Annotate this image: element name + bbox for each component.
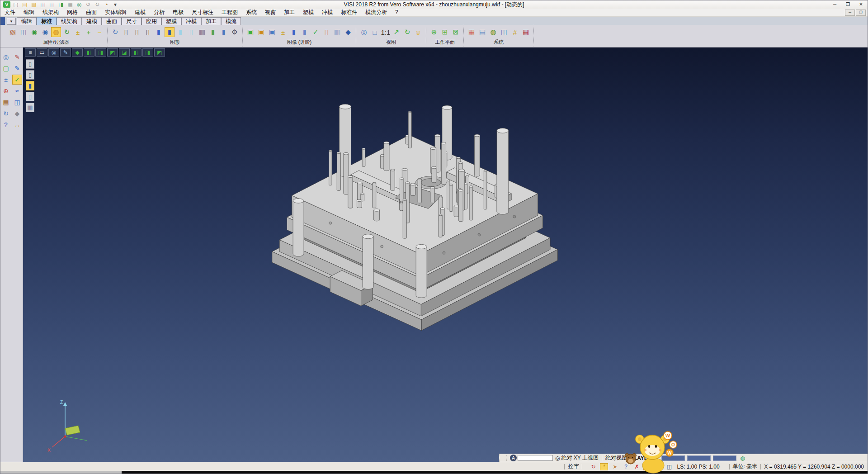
menu-machining[interactable]: 加工 <box>280 9 299 16</box>
tab-edit[interactable]: 编辑 <box>17 17 37 25</box>
shaded-view-cube-icon[interactable]: ◆ <box>343 27 353 37</box>
history-icon[interactable]: ◔ <box>103 1 110 8</box>
view-probe-icon[interactable]: ✎ <box>60 48 71 57</box>
wireframe-cylinder-icon[interactable]: ▯ <box>121 27 131 37</box>
menu-solid-edit[interactable]: 实体编辑 <box>101 9 131 16</box>
visi-logo-icon[interactable]: V <box>3 1 10 8</box>
wcs-icon[interactable]: ⊕ <box>1 86 11 96</box>
view-iso-se-icon[interactable]: ◩ <box>107 48 118 57</box>
tab-dimension[interactable]: 尺寸 <box>122 17 142 25</box>
new-file-icon[interactable]: ▢ <box>12 1 19 8</box>
rotate-view-icon[interactable]: ↻ <box>402 27 412 37</box>
render-options-icon[interactable]: ⚙ <box>230 27 240 37</box>
toolbar-options-icon[interactable]: ▾ <box>112 1 119 8</box>
refresh-lock-icon[interactable]: ↻ <box>589 463 597 470</box>
zoom-extents-icon[interactable]: ◎ <box>359 27 369 37</box>
maximize-button[interactable]: ❐ <box>841 1 854 8</box>
zoom-window-icon[interactable]: □ <box>370 27 380 37</box>
tab-standard[interactable]: 标准 <box>37 17 57 25</box>
view-iso-nw-icon[interactable]: ◨ <box>95 48 106 57</box>
shaded-edges-cylinder-icon[interactable]: ▮ <box>165 27 175 37</box>
workplane-entity-icon[interactable]: ⊞ <box>440 27 450 37</box>
workplane-view-icon[interactable]: ⊠ <box>451 27 461 37</box>
help-icon[interactable]: ? <box>1 120 11 130</box>
confirm-icon[interactable]: ✓ <box>12 75 22 85</box>
zoom-inout-icon[interactable]: ± <box>1 75 11 85</box>
transparent-cylinder-icon[interactable]: ▮ <box>175 27 185 37</box>
print-icon[interactable]: ▦ <box>66 1 74 8</box>
pan-view-icon[interactable]: ↗ <box>392 27 401 37</box>
menu-wireframe[interactable]: 线架构 <box>38 9 63 16</box>
mdi-minimize-button[interactable]: ─ <box>845 9 855 16</box>
lock-label[interactable]: 拴牢 <box>568 463 579 470</box>
undo-icon[interactable]: ↺ <box>85 1 92 8</box>
menu-standard-parts[interactable]: 标准件 <box>337 9 361 16</box>
strip-shaded-icon[interactable]: ▮ <box>26 81 34 90</box>
menu-analysis[interactable]: 分析 <box>150 9 169 16</box>
tab-application[interactable]: 应用 <box>142 17 161 25</box>
tab-surface[interactable]: 曲面 <box>102 17 122 25</box>
magic-wand-icon[interactable]: * <box>600 463 608 470</box>
toggle-visibility-icon[interactable]: ± <box>73 27 83 37</box>
menu-die[interactable]: 冲模 <box>318 9 337 16</box>
menu-drawing[interactable]: 工程图 <box>217 9 242 16</box>
mesh-cylinder-icon[interactable]: ▥ <box>332 27 342 37</box>
menu-surface[interactable]: 曲面 <box>82 9 101 16</box>
viewport-3d[interactable]: ≡▭◎✎◆◧◨◩◪◧◨◩ ▯▯▮▯▥ Z X A <box>23 47 868 462</box>
workplane-origin-icon[interactable]: ⊕ <box>429 27 439 37</box>
view-orient-icon[interactable]: ☺ <box>413 27 423 37</box>
view-zoom-icon[interactable]: ◎ <box>48 48 59 57</box>
strip-wireframe-icon[interactable]: ▯ <box>26 59 34 69</box>
redo-icon[interactable]: ↻ <box>94 1 101 8</box>
add-filter-icon[interactable]: + <box>84 27 94 37</box>
validate-cylinder-icon[interactable]: ✓ <box>311 27 321 37</box>
axis-cylinder-icon[interactable]: ▮ <box>289 27 299 37</box>
update-render-icon[interactable]: ▮ <box>208 27 218 37</box>
search-icon[interactable]: ◎ <box>555 455 560 461</box>
plane-select-icon[interactable]: ▢ <box>1 63 11 73</box>
menu-mould[interactable]: 塑模 <box>299 9 318 16</box>
dashed-cylinder-icon[interactable]: ▯ <box>143 27 153 37</box>
view-back-icon[interactable]: ◩ <box>154 48 165 57</box>
import-file-icon[interactable]: ▧ <box>30 1 38 8</box>
menu-file[interactable]: 文件 <box>0 9 19 16</box>
copy-attributes-icon[interactable]: ◫ <box>19 27 28 37</box>
ghost-cylinder-icon[interactable]: ▯ <box>186 27 196 37</box>
hide-entities-icon[interactable]: ◉ <box>40 27 50 37</box>
strip-ghost-icon[interactable]: ▯ <box>26 92 34 101</box>
view-right-icon[interactable]: ◨ <box>142 48 153 57</box>
curve-icon[interactable]: ≈ <box>12 86 22 96</box>
tab-wireframe[interactable]: 线架构 <box>57 17 82 25</box>
tag-cylinder-icon[interactable]: ▯ <box>321 27 331 37</box>
view-front-icon[interactable]: ◧ <box>131 48 142 57</box>
modify-attributes-icon[interactable]: ▧ <box>8 27 18 37</box>
tab-mouldflow[interactable]: 模流 <box>221 17 241 25</box>
view-mode-indicator[interactable]: 绝对 XY 上视图 <box>561 454 598 462</box>
menu-system[interactable]: 系统 <box>242 9 261 16</box>
grid-window-icon[interactable]: ◫ <box>12 97 22 107</box>
grid-table-icon[interactable]: ▦ <box>521 27 531 37</box>
mdi-restore-button[interactable]: ❐ <box>856 9 866 16</box>
view-plane-icon[interactable]: ▭ <box>37 48 47 57</box>
zoom-select-icon[interactable]: ◎ <box>1 52 11 62</box>
model-3d[interactable] <box>23 47 868 462</box>
menu-edit[interactable]: 编辑 <box>19 9 38 16</box>
tab-mould[interactable]: 塑膜 <box>161 17 181 25</box>
layers-icon[interactable]: ▤ <box>1 97 11 107</box>
visibility-filter-icon[interactable]: ◍ <box>51 27 61 37</box>
adv-filter-icon[interactable]: ▣ <box>256 27 266 37</box>
refresh-visibility-icon[interactable]: ↻ <box>62 27 72 37</box>
hatched-cylinder-icon[interactable]: ▥ <box>197 27 207 37</box>
solid-cube-icon[interactable]: ◆ <box>12 109 22 118</box>
pick-hand-icon[interactable]: ➤ <box>611 463 619 470</box>
save-all-icon[interactable]: ◨ <box>57 1 65 8</box>
sketch-icon[interactable]: ✎ <box>12 63 22 73</box>
zoom-1to1-icon[interactable]: 1:1 <box>381 27 391 37</box>
save-icon[interactable]: ◫ <box>39 1 47 8</box>
view-iso-ne-icon[interactable]: ◧ <box>84 48 94 57</box>
save-as-icon[interactable]: ◫ <box>48 1 56 8</box>
window-tools-icon[interactable]: ◫ <box>499 27 509 37</box>
view-menu-icon[interactable]: ≡ <box>25 48 36 57</box>
tab-machining[interactable]: 加工 <box>201 17 221 25</box>
erase-icon[interactable]: ✎ <box>12 52 22 62</box>
